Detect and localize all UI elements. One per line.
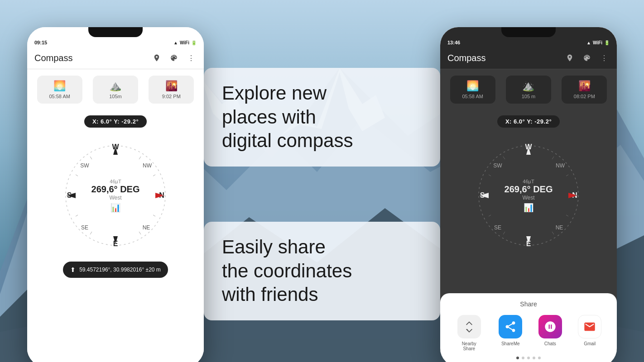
svg-line-31 <box>76 175 78 176</box>
left-compass-magnetic: 46µT <box>91 179 140 184</box>
right-phone-notch <box>501 27 556 37</box>
text-panel-bottom: Easily share the coordinates with friend… <box>204 222 440 320</box>
left-compass-direction: West <box>91 195 140 201</box>
right-status-icons: ▲ WiFi 🔋 <box>586 40 610 45</box>
right-sun-row: 🌅 05:58 AM ⛰️ 105 m 🌇 08:02 PM <box>440 69 617 108</box>
right-share-sheet: Share Nearby Share ShareMe <box>440 293 617 362</box>
svg-line-56 <box>489 175 491 176</box>
right-battery-icon: 🔋 <box>604 40 610 45</box>
left-compass-bar-icon: 📊 <box>91 203 140 213</box>
svg-text:NE: NE <box>143 224 150 231</box>
right-compass-degrees: 269,6° DEG <box>505 184 553 195</box>
svg-line-54 <box>489 215 491 216</box>
right-share-app-nearby[interactable]: Nearby Share <box>456 315 483 351</box>
svg-text:SE: SE <box>494 224 501 231</box>
left-app-title: Compass <box>34 53 72 63</box>
left-sunset-item: 🌇 9:02 PM <box>149 76 194 104</box>
right-app-bar: Compass ⋮ <box>440 47 617 69</box>
text-panel-top: Explore new places with digital compass <box>204 68 440 167</box>
battery-icon: 🔋 <box>191 40 197 45</box>
left-compass-dial: W N E S SW NW SE NE <box>57 137 174 254</box>
right-nearby-share-label: Nearby Share <box>456 341 483 351</box>
svg-line-51 <box>552 232 554 234</box>
right-sunset-label: 08:02 PM <box>574 94 595 99</box>
gmail-icon[interactable] <box>578 315 601 338</box>
right-app-title: Compass <box>447 53 485 63</box>
right-share-app-shareme[interactable]: ShareMe <box>499 315 522 351</box>
right-palette-icon[interactable] <box>582 52 592 63</box>
right-share-apps[interactable]: Nearby Share ShareMe Chats <box>447 315 610 351</box>
right-coords-badge: X: 6.0° Y: -29.2° <box>497 115 560 128</box>
right-share-dot-4 <box>533 357 535 359</box>
left-share-coords: 59.4572196°, 30.9982016° ±20 m <box>79 267 161 273</box>
right-share-dot-3 <box>527 357 530 359</box>
wifi-icon: WiFi <box>180 40 189 45</box>
svg-line-28 <box>90 232 92 234</box>
svg-text:SE: SE <box>81 224 88 231</box>
signal-icon: ▲ <box>173 40 178 45</box>
nearby-share-icon[interactable] <box>457 315 481 338</box>
left-app-bar-icons[interactable]: ⋮ <box>151 52 197 63</box>
left-sunrise-item: 🌅 05:58 AM <box>37 76 82 104</box>
right-signal-icon: ▲ <box>586 40 591 45</box>
left-compass-center: 46µT 269,6° DEG West 📊 <box>91 179 140 213</box>
right-compass-dial: W N E S SW NW SE NE <box>470 137 587 254</box>
palette-icon[interactable] <box>168 52 179 63</box>
right-sunrise-icon: 🌅 <box>466 80 479 92</box>
right-status-time: 13:46 <box>447 40 460 45</box>
svg-line-50 <box>566 215 568 216</box>
location-pin-icon[interactable] <box>151 52 162 63</box>
left-app-bar: Compass ⋮ <box>27 47 204 69</box>
right-altitude-label: 105 m <box>522 94 536 99</box>
left-sunset-label: 9:02 PM <box>162 94 181 99</box>
left-sun-row: 🌅 05:58 AM ⛰️ 105m 🌇 9:02 PM <box>27 69 204 108</box>
left-coords-badge: X: 6.0° Y: -29.2° <box>84 115 147 128</box>
right-phone: 13:46 ▲ WiFi 🔋 Compass ⋮ 🌅 <box>440 27 617 362</box>
right-gmail-label: Gmail <box>584 341 596 346</box>
right-compass-bar-icon: 📊 <box>505 203 553 213</box>
right-altitude-item: ⛰️ 105 m <box>506 76 551 104</box>
svg-line-32 <box>90 157 92 159</box>
svg-line-47 <box>552 157 554 159</box>
right-more-vert-icon[interactable]: ⋮ <box>599 52 610 63</box>
more-vert-icon[interactable]: ⋮ <box>186 52 197 63</box>
left-altitude-item: ⛰️ 105m <box>93 76 138 104</box>
right-compass-direction: West <box>505 195 553 201</box>
right-share-dots <box>447 357 610 359</box>
svg-line-26 <box>139 232 141 234</box>
right-sunrise-item: 🌅 05:58 AM <box>450 76 495 104</box>
right-shareme-label: ShareMe <box>501 341 520 346</box>
left-share-bar[interactable]: ⬆ 59.4572196°, 30.9982016° ±20 m <box>63 262 168 278</box>
right-compass-center: 46µT 269,6° DEG West 📊 <box>505 179 553 213</box>
right-share-app-chats[interactable]: Chats <box>538 315 562 351</box>
chats-icon[interactable] <box>538 315 562 338</box>
right-share-sheet-title: Share <box>447 300 610 308</box>
left-altitude-icon: ⛰️ <box>109 80 121 92</box>
right-share-dot-2 <box>522 357 524 359</box>
right-share-app-gmail[interactable]: Gmail <box>578 315 601 351</box>
right-sunrise-label: 05:58 AM <box>462 94 483 99</box>
left-sunrise-icon: 🌅 <box>53 80 66 92</box>
shareme-icon[interactable] <box>499 315 522 338</box>
left-status-icons: ▲ WiFi 🔋 <box>173 40 197 45</box>
left-altitude-label: 105m <box>109 94 122 99</box>
left-phone-notch <box>88 27 143 37</box>
right-app-bar-icons[interactable]: ⋮ <box>564 52 610 63</box>
svg-line-29 <box>76 215 78 216</box>
left-sunset-icon: 🌇 <box>165 80 178 92</box>
left-phone-screen: 09:15 ▲ WiFi 🔋 Compass ⋮ 🌅 <box>27 27 204 362</box>
right-chats-label: Chats <box>544 341 556 346</box>
svg-text:NW: NW <box>556 162 565 169</box>
right-share-dot-1 <box>516 357 519 359</box>
left-share-icon: ⬆ <box>70 266 76 273</box>
left-phone: 09:15 ▲ WiFi 🔋 Compass ⋮ 🌅 <box>27 27 204 362</box>
svg-text:SW: SW <box>80 162 89 169</box>
svg-text:SW: SW <box>493 162 502 169</box>
right-location-pin-icon[interactable] <box>564 52 575 63</box>
left-sunrise-label: 05:58 AM <box>49 94 70 99</box>
right-sunset-icon: 🌇 <box>578 80 591 92</box>
left-compass-degrees: 269,6° DEG <box>91 184 140 195</box>
right-altitude-icon: ⛰️ <box>522 80 534 92</box>
right-compass-magnetic: 46µT <box>505 179 553 184</box>
text-panel-top-heading: Explore new places with digital compass <box>222 81 422 153</box>
